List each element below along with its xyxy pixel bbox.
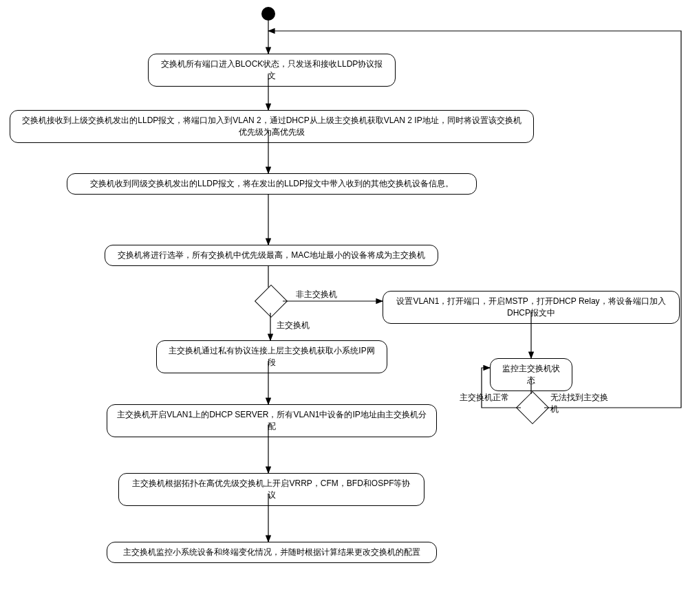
step-get-ip-segment: 主交换机通过私有协议连接上层主交换机获取小系统IP网段	[156, 340, 387, 373]
start-node	[261, 7, 275, 21]
label-master-ok: 主交换机正常	[460, 392, 509, 404]
decision-master-found	[516, 391, 549, 424]
step-receive-upper-lldp: 交换机接收到上级交换机发出的LLDP报文，将端口加入到VLAN 2，通过DHCP…	[10, 110, 534, 143]
step-monitor-config: 主交换机监控小系统设备和终端变化情况，并随时根据计算结果更改交换机的配置	[107, 542, 437, 563]
step-election: 交换机将进行选举，所有交换机中优先级最高，MAC地址最小的设备将成为主交换机	[105, 245, 438, 266]
step-non-master-config: 设置VLAN1，打开端口，开启MSTP，打开DHCP Relay，将设备端口加入…	[383, 291, 680, 324]
label-master: 主交换机	[277, 320, 310, 331]
label-non-master: 非主交换机	[296, 289, 337, 300]
label-no-master: 无法找到主交换机	[550, 392, 612, 415]
step-receive-peer-lldp: 交换机收到同级交换机发出的LLDP报文，将在发出的LLDP报文中带入收到的其他交…	[67, 173, 477, 195]
decision-master	[255, 285, 288, 318]
step-monitor-master: 监控主交换机状态	[490, 358, 572, 391]
step-dhcp-server: 主交换机开启VLAN1上的DHCP SERVER，所有VLAN1中设备的IP地址…	[107, 404, 437, 437]
step-enable-protocols: 主交换机根据拓扑在高优先级交换机上开启VRRP，CFM，BFD和OSPF等协议	[118, 473, 424, 506]
step-block-state: 交换机所有端口进入BLOCK状态，只发送和接收LLDP协议报文	[148, 54, 396, 87]
